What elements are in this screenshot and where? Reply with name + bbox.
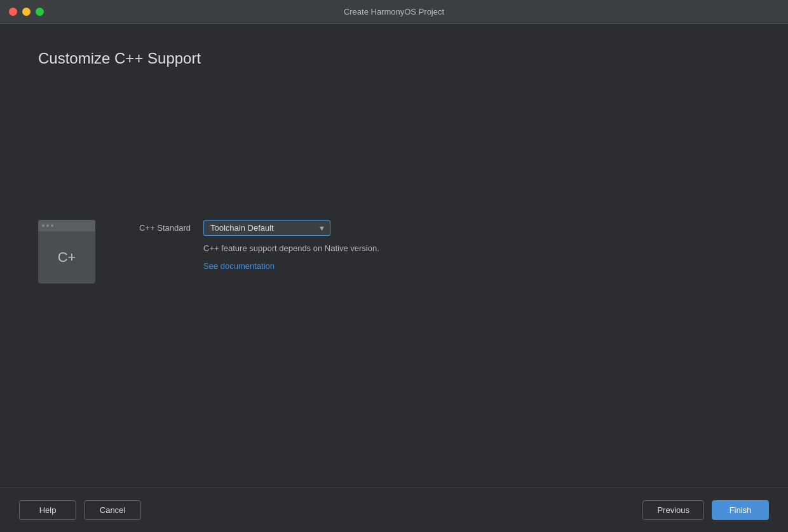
- page-title: Customize C++ Support: [38, 50, 750, 67]
- cpp-icon-dot-2: [46, 224, 49, 227]
- minimize-button[interactable]: [22, 8, 31, 16]
- cpp-icon-header: [38, 220, 95, 231]
- hint-text: C++ feature support depends on Native ve…: [203, 243, 379, 253]
- cpp-standard-select-wrapper: Toolchain Default C++11 C++14 C++17 C++2…: [203, 220, 330, 236]
- cpp-standard-select[interactable]: Toolchain Default C++11 C++14 C++17 C++2…: [203, 220, 330, 236]
- close-button[interactable]: [9, 8, 17, 16]
- see-documentation-link[interactable]: See documentation: [203, 261, 275, 271]
- cpp-icon: C+: [38, 220, 95, 283]
- help-button[interactable]: Help: [19, 500, 76, 520]
- finish-button[interactable]: Finish: [712, 500, 769, 520]
- footer-left: Help Cancel: [19, 500, 141, 520]
- title-bar: Create HarmonyOS Project: [0, 0, 788, 24]
- form-section: C+ C++ Standard Toolchain Default C++11 …: [38, 220, 750, 283]
- hint-row: C++ feature support depends on Native ve…: [121, 242, 750, 254]
- link-row: See documentation: [121, 260, 750, 271]
- form-fields: C++ Standard Toolchain Default C++11 C++…: [121, 220, 750, 271]
- cpp-icon-label: C+: [58, 249, 76, 266]
- footer-right: Previous Finish: [642, 500, 769, 520]
- cpp-standard-label: C++ Standard: [121, 223, 191, 233]
- cpp-icon-dot-1: [42, 224, 44, 227]
- window-title: Create HarmonyOS Project: [344, 7, 444, 17]
- main-content: Customize C++ Support C+ C++ Standard To…: [0, 24, 788, 488]
- cpp-standard-row: C++ Standard Toolchain Default C++11 C++…: [121, 220, 750, 236]
- footer: Help Cancel Previous Finish: [0, 488, 788, 532]
- previous-button[interactable]: Previous: [642, 500, 704, 520]
- window-controls: [9, 8, 44, 16]
- cancel-button[interactable]: Cancel: [84, 500, 141, 520]
- cpp-icon-body: C+: [38, 231, 95, 283]
- cpp-icon-dot-3: [51, 224, 53, 227]
- maximize-button[interactable]: [36, 8, 44, 16]
